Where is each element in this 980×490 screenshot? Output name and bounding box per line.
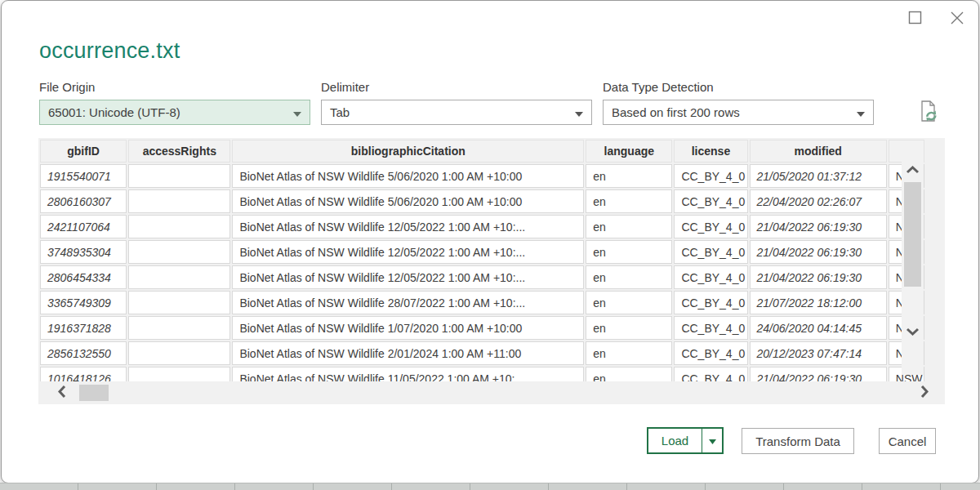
table-cell: 21/04/2022 06:19:30 — [750, 215, 887, 238]
import-dialog: occurrence.txt File Origin 65001: Unicod… — [1, 0, 979, 483]
table-cell: BioNet Atlas of NSW Wildlife 11/05/2022 … — [232, 367, 584, 381]
table-cell: CC_BY_4_0 — [674, 240, 747, 264]
table-cell: CC_BY_4_0 — [674, 164, 747, 188]
table-cell: 3748935304 — [40, 240, 127, 264]
chevron-right-icon — [920, 385, 929, 401]
table-cell: en — [586, 291, 672, 314]
table-cell: 21/05/2020 01:37:12 — [750, 164, 887, 188]
table-cell: CC_BY_4_0 — [674, 341, 747, 365]
horizontal-scrollbar[interactable] — [38, 381, 945, 404]
table-cell — [128, 367, 230, 381]
table-cell: 21/04/2022 06:19:30 — [750, 367, 887, 381]
table-cell: 2806454334 — [40, 265, 127, 289]
file-origin-field: File Origin 65001: Unicode (UTF-8) — [39, 80, 310, 125]
table-cell: 2856132550 — [40, 341, 127, 365]
table-cell: en — [586, 316, 672, 340]
table-cell: en — [586, 189, 672, 213]
table-cell — [128, 291, 230, 314]
data-type-detection-value: Based on first 200 rows — [612, 105, 740, 119]
table-cell: 21/04/2022 06:19:30 — [750, 265, 887, 289]
table-row: 2421107064BioNet Atlas of NSW Wildlife 1… — [40, 215, 924, 238]
table-cell: 1016418126 — [40, 367, 127, 381]
scroll-down-button[interactable] — [902, 323, 924, 341]
scroll-left-button[interactable] — [50, 381, 74, 404]
table-cell: CC_BY_4_0 — [674, 189, 747, 213]
chevron-down-icon — [575, 105, 583, 119]
chevron-down-icon — [709, 434, 716, 447]
refresh-preview-button[interactable] — [915, 99, 942, 125]
table-cell: CC_BY_4_0 — [674, 367, 747, 381]
close-icon — [950, 11, 964, 28]
table-cell: en — [586, 341, 672, 365]
table-row: 2806160307BioNet Atlas of NSW Wildlife 5… — [40, 189, 924, 213]
table-row: 3365749309BioNet Atlas of NSW Wildlife 2… — [40, 291, 924, 314]
table-cell — [128, 164, 230, 188]
table-cell: CC_BY_4_0 — [674, 215, 747, 238]
delimiter-field: Delimiter Tab — [321, 80, 592, 125]
table-cell: CC_BY_4_0 — [674, 316, 747, 340]
table-cell: en — [586, 164, 672, 188]
table-viewport: gbifIDaccessRightsbibliographicCitationl… — [38, 138, 929, 381]
table-cell: en — [586, 215, 672, 238]
table-cell — [128, 341, 230, 365]
column-header: language — [586, 140, 672, 163]
table-row: 2806454334BioNet Atlas of NSW Wildlife 1… — [40, 265, 924, 289]
table-cell: 21/07/2022 18:12:00 — [750, 291, 887, 314]
chevron-left-icon — [58, 385, 66, 401]
load-dropdown-button[interactable] — [702, 429, 722, 452]
preview-table: gbifIDaccessRightsbibliographicCitationl… — [38, 138, 926, 381]
table-cell: BioNet Atlas of NSW Wildlife 12/05/2022 … — [232, 215, 584, 238]
delimiter-select[interactable]: Tab — [321, 100, 592, 125]
file-origin-label: File Origin — [39, 80, 310, 94]
table-cell — [128, 240, 230, 264]
column-header — [889, 140, 924, 163]
maximize-icon — [908, 11, 922, 27]
table-row: 1915540071BioNet Atlas of NSW Wildlife 5… — [40, 164, 924, 188]
table-cell: BioNet Atlas of NSW Wildlife 12/05/2022 … — [232, 240, 584, 264]
table-cell: 1915540071 — [40, 164, 127, 188]
table-cell: en — [586, 240, 672, 264]
page-title: occurrence.txt — [39, 38, 180, 64]
table-cell: 20/12/2023 07:47:14 — [750, 341, 887, 365]
table-cell: 2421107064 — [40, 215, 127, 238]
cancel-button[interactable]: Cancel — [879, 428, 936, 454]
delimiter-value: Tab — [330, 105, 350, 119]
table-row: 1916371828BioNet Atlas of NSW Wildlife 1… — [40, 316, 924, 340]
table-cell: 21/04/2022 06:19:30 — [750, 240, 887, 264]
column-header: license — [674, 140, 747, 163]
table-cell: BioNet Atlas of NSW Wildlife 5/06/2020 1… — [232, 189, 584, 213]
data-type-detection-select[interactable]: Based on first 200 rows — [603, 100, 874, 125]
maximize-button[interactable] — [905, 9, 924, 29]
scroll-up-button[interactable] — [902, 161, 924, 179]
table-cell: BioNet Atlas of NSW Wildlife 12/05/2022 … — [232, 265, 584, 289]
close-button[interactable] — [947, 9, 967, 29]
data-type-detection-label: Data Type Detection — [603, 80, 874, 94]
table-cell — [128, 215, 230, 238]
scroll-right-button[interactable] — [912, 381, 937, 404]
table-cell: 2806160307 — [40, 189, 127, 213]
chevron-down-icon — [906, 326, 920, 338]
table-row: 3748935304BioNet Atlas of NSW Wildlife 1… — [40, 240, 924, 264]
table-cell — [128, 316, 230, 340]
vertical-scrollbar[interactable] — [902, 161, 924, 375]
table-cell — [128, 265, 230, 289]
data-type-detection-field: Data Type Detection Based on first 200 r… — [603, 80, 874, 125]
load-button[interactable]: Load — [648, 429, 702, 452]
table-cell — [128, 189, 230, 213]
vertical-scroll-thumb[interactable] — [904, 182, 921, 287]
file-origin-select[interactable]: 65001: Unicode (UTF-8) — [39, 100, 310, 125]
table-cell: 3365749309 — [40, 291, 127, 314]
table-row: 1016418126BioNet Atlas of NSW Wildlife 1… — [40, 367, 924, 381]
chevron-down-icon — [857, 105, 865, 119]
table-cell: en — [586, 265, 672, 289]
horizontal-scroll-thumb[interactable] — [79, 385, 109, 401]
file-origin-value: 65001: Unicode (UTF-8) — [48, 105, 180, 119]
file-refresh-icon — [916, 114, 941, 126]
table-cell: CC_BY_4_0 — [674, 291, 747, 314]
table-cell: BioNet Atlas of NSW Wildlife 1/07/2020 1… — [232, 316, 584, 340]
data-preview: gbifIDaccessRightsbibliographicCitationl… — [38, 138, 945, 404]
transform-data-button[interactable]: Transform Data — [742, 428, 854, 454]
column-header: bibliographicCitation — [232, 140, 584, 163]
chevron-down-icon — [293, 105, 301, 119]
window-controls — [905, 9, 967, 29]
